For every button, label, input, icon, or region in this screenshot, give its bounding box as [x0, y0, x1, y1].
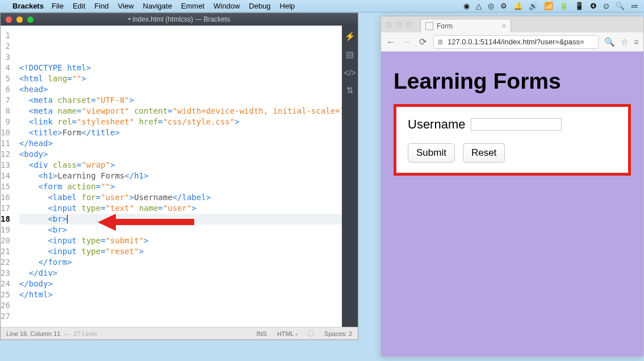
code-line[interactable]: <h1>Learning Forms</h1> — [19, 171, 342, 181]
status-icon[interactable]: ❹ — [590, 2, 597, 10]
code-line[interactable]: <input type="submit"> — [19, 235, 342, 246]
code-line[interactable]: <label for="user">Username</label> — [19, 192, 342, 203]
status-icon[interactable]: 📱 — [575, 2, 584, 10]
indent-setting[interactable]: Spaces: 2 — [324, 330, 352, 337]
status-icon[interactable]: 🔋 — [559, 2, 568, 10]
code-line[interactable]: <input type="text" name="user"> — [19, 203, 342, 214]
line-number[interactable]: 8 — [1, 106, 10, 117]
code-line[interactable]: <br> — [19, 225, 342, 235]
extension-icon[interactable]: ▤ — [346, 49, 354, 60]
status-icon[interactable]: 🔊 — [529, 2, 538, 10]
code-line[interactable]: <meta charset="UTF-8"> — [19, 95, 342, 106]
code-line[interactable]: <input type="reset"> — [19, 246, 342, 257]
code-line[interactable]: </head> — [19, 138, 342, 149]
status-icon[interactable]: 📶 — [544, 2, 553, 10]
menu-window[interactable]: Window — [214, 2, 240, 10]
line-number[interactable]: 24 — [1, 279, 10, 289]
username-input[interactable] — [471, 118, 562, 131]
page-viewport: Learning Forms Username Submit Reset — [381, 52, 643, 356]
code-line[interactable]: </form> — [19, 257, 342, 268]
menu-icon[interactable]: ≡ — [634, 37, 639, 47]
menu-view[interactable]: View — [118, 2, 134, 10]
menu-edit[interactable]: Edit — [73, 2, 85, 10]
status-icon[interactable]: △ — [476, 2, 482, 10]
line-number[interactable]: 13 — [1, 160, 10, 171]
code-line[interactable]: <br> — [19, 214, 342, 225]
status-icon[interactable]: 🔔 — [513, 2, 522, 10]
lint-status-icon[interactable] — [308, 330, 314, 337]
app-name[interactable]: Brackets — [12, 2, 44, 10]
tab-title: Form — [437, 22, 453, 30]
reload-button[interactable]: ⟳ — [417, 36, 428, 47]
line-number[interactable]: 10 — [1, 127, 10, 138]
line-number[interactable]: 3 — [1, 52, 10, 63]
line-number[interactable]: 26 — [1, 300, 10, 311]
back-button[interactable]: ← — [386, 37, 396, 47]
line-number[interactable]: 2 — [1, 41, 10, 52]
line-number[interactable]: 18 — [1, 214, 10, 225]
line-number[interactable]: 17 — [1, 203, 10, 214]
code-line[interactable]: <!DOCTYPE html> — [19, 63, 342, 73]
code-editor[interactable]: 1234567891011121314151617181920212223242… — [1, 26, 342, 327]
browser-toolbar: ← → ⟳ 🗎 127.0.0.1:51144/index.html?user=… — [381, 32, 643, 52]
status-icon[interactable]: 🔍 — [616, 2, 625, 10]
code-line[interactable]: <html lang=""> — [19, 73, 342, 84]
code-line[interactable]: <head> — [19, 84, 342, 95]
code-line[interactable]: <title>Form</title> — [19, 127, 342, 138]
language-mode[interactable]: HTML — [277, 330, 298, 337]
menu-emmet[interactable]: Emmet — [181, 2, 204, 10]
menu-help[interactable]: Help — [280, 2, 295, 10]
chrome-window: Form × ← → ⟳ 🗎 127.0.0.1:51144/index.htm… — [380, 16, 644, 357]
code-line[interactable]: <body> — [19, 149, 342, 160]
reader-icon[interactable]: 🔍 — [604, 37, 615, 47]
line-number[interactable]: 12 — [1, 149, 10, 160]
line-number[interactable]: 7 — [1, 95, 10, 106]
menu-file[interactable]: File — [52, 2, 64, 10]
code-line[interactable]: </div> — [19, 268, 342, 279]
line-number[interactable]: 21 — [1, 246, 10, 257]
status-icon[interactable]: ◎ — [488, 2, 494, 10]
insert-mode[interactable]: INS — [257, 330, 267, 337]
code-line[interactable]: </body> — [19, 279, 342, 289]
line-number[interactable]: 9 — [1, 117, 10, 127]
line-number[interactable]: 16 — [1, 192, 10, 203]
bookmark-icon[interactable]: ☆ — [621, 37, 628, 47]
line-number[interactable]: 23 — [1, 268, 10, 279]
browser-tab[interactable]: Form × — [420, 19, 511, 32]
status-icon[interactable]: ≔ — [631, 2, 638, 10]
close-tab-icon[interactable]: × — [502, 22, 506, 30]
menu-navigate[interactable]: Navigate — [143, 2, 172, 10]
line-number[interactable]: 22 — [1, 257, 10, 268]
menu-debug[interactable]: Debug — [249, 2, 270, 10]
address-bar[interactable]: 🗎 127.0.0.1:51144/index.html?user=&pass= — [433, 35, 599, 49]
code-line[interactable]: <link rel="stylesheet" href="css/style.c… — [19, 117, 342, 127]
code-line[interactable]: <meta name="viewport" content="width=dev… — [19, 106, 342, 117]
line-number[interactable]: 15 — [1, 181, 10, 192]
line-number[interactable]: 25 — [1, 289, 10, 300]
window-controls[interactable] — [386, 22, 412, 28]
forward-button[interactable]: → — [402, 37, 412, 47]
line-number[interactable]: 6 — [1, 84, 10, 95]
line-number[interactable]: 1 — [1, 30, 10, 41]
code-line[interactable]: </html> — [19, 289, 342, 300]
line-number[interactable]: 20 — [1, 235, 10, 246]
line-number[interactable]: 4 — [1, 63, 10, 73]
status-icon[interactable]: ⚙ — [500, 2, 507, 10]
line-number[interactable]: 19 — [1, 225, 10, 235]
page-heading: Learning Forms — [394, 69, 631, 94]
reset-button[interactable]: Reset — [463, 143, 505, 163]
line-number[interactable]: 11 — [1, 138, 10, 149]
code-line[interactable]: <div class="wrap"> — [19, 160, 342, 171]
live-preview-icon[interactable]: ⚡ — [345, 31, 356, 42]
status-icon[interactable]: ◉ — [463, 2, 470, 10]
status-icon[interactable]: ⊙ — [603, 2, 609, 10]
line-number[interactable]: 27 — [1, 311, 10, 322]
extension-icon[interactable]: ⇅ — [346, 85, 354, 96]
extension-icon[interactable]: </> — [344, 68, 356, 77]
submit-button[interactable]: Submit — [408, 143, 455, 163]
line-number[interactable]: 14 — [1, 171, 10, 181]
code-line[interactable]: <form action=""> — [19, 181, 342, 192]
extension-sidebar[interactable]: ⚡▤</>⇅ — [342, 26, 358, 327]
line-number[interactable]: 5 — [1, 73, 10, 84]
menu-find[interactable]: Find — [94, 2, 108, 10]
